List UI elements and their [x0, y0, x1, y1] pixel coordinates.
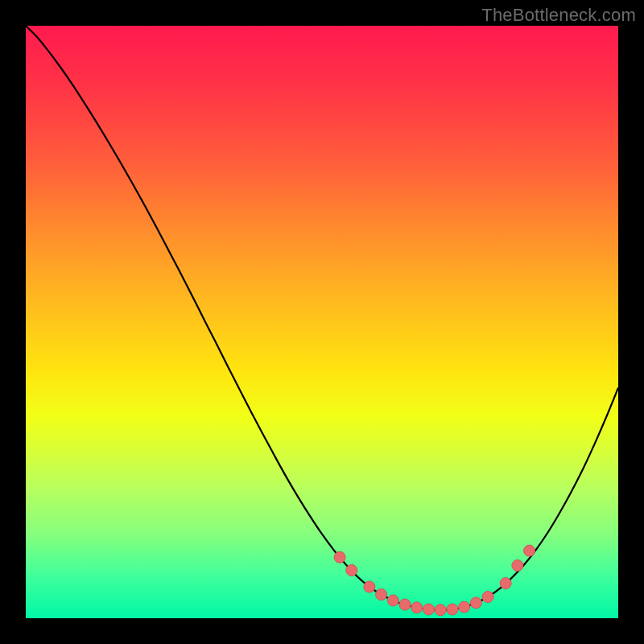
curve-marker: [376, 589, 387, 601]
curve-marker: [387, 595, 398, 606]
curve-marker: [459, 601, 470, 613]
chart-container: TheBottleneck.com: [0, 0, 644, 644]
curve-marker: [447, 604, 458, 615]
curve-marker: [334, 551, 345, 563]
curve-marker: [500, 578, 511, 589]
curve-marker: [399, 599, 411, 610]
plot-area: [26, 26, 618, 618]
curve-marker: [524, 545, 535, 556]
curve-marker: [512, 560, 523, 572]
curve-markers: [334, 545, 535, 616]
chart-svg: [26, 26, 618, 618]
attribution-text: TheBottleneck.com: [481, 5, 636, 26]
curve-marker: [411, 602, 423, 613]
curve-marker: [423, 604, 434, 615]
bottleneck-curve: [26, 26, 618, 610]
curve-marker: [482, 592, 493, 603]
curve-marker: [346, 564, 357, 576]
curve-marker: [470, 597, 481, 609]
curve-marker: [364, 581, 375, 592]
curve-marker: [435, 605, 446, 616]
